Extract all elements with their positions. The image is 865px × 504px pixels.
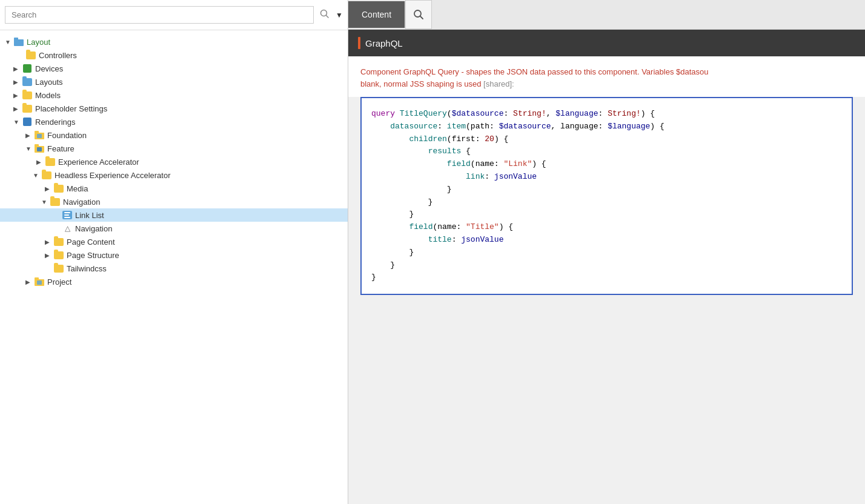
tree-item-controllers[interactable]: ▶ Controllers bbox=[0, 48, 348, 62]
tree-item-foundation[interactable]: ▶ Foundation bbox=[0, 128, 348, 142]
tree-arrow: ▶ bbox=[25, 279, 34, 285]
right-panel: Content GraphQL Component GraphQL Query … bbox=[348, 0, 865, 504]
controllers-label: Controllers bbox=[39, 51, 77, 60]
devices-icon bbox=[22, 64, 33, 73]
code-line-12: } bbox=[371, 247, 842, 259]
navigation-item-icon: △ bbox=[62, 224, 73, 233]
models-label: Models bbox=[35, 91, 61, 100]
folder-blue-icon bbox=[14, 38, 24, 46]
placeholder-settings-label: Placeholder Settings bbox=[35, 104, 107, 113]
svg-rect-2 bbox=[14, 39, 24, 46]
project-label: Project bbox=[47, 277, 71, 287]
shared-tag: [shared]: bbox=[483, 79, 514, 88]
tree-item-feature[interactable]: ▼ Feature bbox=[0, 142, 348, 155]
code-line-3: children(first: 20) { bbox=[371, 133, 842, 146]
feature-label: Feature bbox=[47, 144, 75, 153]
foundation-label: Foundation bbox=[47, 131, 87, 140]
tree-arrow: ▶ bbox=[36, 159, 45, 165]
code-line-1: query TitleQuery($datasource: String!, $… bbox=[371, 108, 842, 121]
tree-item-layouts[interactable]: ▶ Layouts bbox=[0, 75, 348, 88]
svg-line-1 bbox=[326, 15, 329, 18]
code-line-6: link: jsonValue bbox=[371, 171, 842, 184]
link-list-icon bbox=[62, 210, 73, 220]
tree-item-navigation-group[interactable]: ▼ Navigation bbox=[0, 195, 348, 208]
tree-item-headless-experience-accelerator[interactable]: ▼ Headless Experience Accelerator bbox=[0, 168, 348, 182]
tree-item-layout[interactable]: ▼ Layout bbox=[0, 35, 348, 48]
devices-label: Devices bbox=[35, 64, 63, 73]
svg-rect-11 bbox=[35, 277, 39, 280]
code-line-10: field(name: "Title") { bbox=[371, 221, 842, 234]
tree-item-experience-accelerator[interactable]: ▶ Experience Accelerator bbox=[0, 155, 348, 168]
description-text: Component GraphQL Query - shapes the JSO… bbox=[360, 67, 709, 76]
layout-label: Layout bbox=[27, 38, 50, 47]
tree-container: ▼ Layout ▶ Controllers ▶ Devices bbox=[0, 30, 348, 504]
code-editor[interactable]: query TitleQuery($datasource: String!, $… bbox=[360, 97, 853, 295]
placeholder-icon bbox=[22, 104, 33, 113]
tree-item-media[interactable]: ▶ Media bbox=[0, 182, 348, 195]
tab-content[interactable]: Content bbox=[348, 1, 405, 28]
tree-arrow: ▼ bbox=[33, 172, 41, 179]
folder-feat-icon bbox=[35, 131, 44, 139]
tree-item-placeholder-settings[interactable]: ▶ Placeholder Settings bbox=[0, 102, 348, 115]
project-icon-svg bbox=[35, 277, 44, 286]
foundation-icon bbox=[34, 130, 45, 140]
code-line-4: results { bbox=[371, 145, 842, 158]
tree-item-tailwindcss[interactable]: ▶ Tailwindcss bbox=[0, 262, 348, 275]
tree-item-link-list[interactable]: ▶ Link List bbox=[0, 208, 348, 222]
media-icon bbox=[53, 184, 64, 193]
code-line-9: } bbox=[371, 208, 842, 221]
code-line-8: } bbox=[371, 196, 842, 209]
search-icon bbox=[320, 9, 330, 19]
layout-icon bbox=[13, 37, 24, 47]
section-header: GraphQL bbox=[348, 30, 865, 56]
tree-arrow: ▼ bbox=[25, 145, 34, 152]
tab-search-icon bbox=[413, 9, 424, 20]
code-line-7: } bbox=[371, 184, 842, 196]
models-icon bbox=[22, 90, 33, 100]
tree-item-navigation[interactable]: ▶ △ Navigation bbox=[0, 222, 348, 235]
tree-arrow: ▶ bbox=[45, 239, 53, 245]
tree-arrow: ▶ bbox=[45, 252, 53, 259]
tree-arrow: ▶ bbox=[13, 65, 22, 72]
tab-content-label: Content bbox=[362, 10, 391, 19]
feature-icon bbox=[34, 144, 45, 153]
tree-arrow: ▶ bbox=[25, 132, 34, 139]
link-list-label: Link List bbox=[75, 211, 104, 220]
dropdown-arrow-button[interactable]: ▼ bbox=[336, 11, 343, 19]
tree-arrow: ▶ bbox=[13, 105, 22, 112]
navigation-label: Navigation bbox=[75, 224, 112, 233]
navigation-group-label: Navigation bbox=[63, 197, 100, 207]
navigation-group-icon bbox=[50, 197, 61, 207]
code-line-5: field(name: "Link") { bbox=[371, 158, 842, 171]
tailwindcss-icon bbox=[53, 264, 64, 273]
svg-rect-12 bbox=[37, 280, 42, 285]
page-content-icon bbox=[53, 237, 64, 247]
tree-item-models[interactable]: ▶ Models bbox=[0, 88, 348, 102]
code-line-2: datasource: item(path: $datasource, lang… bbox=[371, 121, 842, 133]
tree-arrow: ▼ bbox=[41, 199, 50, 205]
code-line-13: } bbox=[371, 259, 842, 272]
section-title: GraphQL bbox=[365, 38, 403, 48]
search-input[interactable] bbox=[5, 6, 314, 24]
tree-arrow: ▼ bbox=[13, 119, 22, 125]
search-bar: ▼ bbox=[0, 0, 348, 30]
controllers-icon bbox=[25, 50, 36, 60]
search-button[interactable] bbox=[317, 7, 332, 24]
tab-search-button[interactable] bbox=[405, 0, 432, 29]
code-line-14: } bbox=[371, 271, 842, 284]
tailwindcss-label: Tailwindcss bbox=[67, 264, 107, 273]
tree-arrow: ▶ bbox=[13, 92, 22, 99]
tree-item-project[interactable]: ▶ Project bbox=[0, 275, 348, 288]
tree-arrow: ▼ bbox=[5, 39, 13, 45]
tree-item-page-content[interactable]: ▶ Page Content bbox=[0, 235, 348, 248]
page-structure-icon bbox=[53, 250, 64, 260]
code-line-11: title: jsonValue bbox=[371, 234, 842, 247]
headless-experience-accelerator-label: Headless Experience Accelerator bbox=[55, 171, 171, 180]
project-icon bbox=[34, 277, 45, 287]
layouts-label: Layouts bbox=[35, 78, 63, 87]
experience-accelerator-label: Experience Accelerator bbox=[58, 158, 139, 167]
tree-item-devices[interactable]: ▶ Devices bbox=[0, 62, 348, 75]
tree-item-renderings[interactable]: ▼ Renderings bbox=[0, 115, 348, 128]
page-content-label: Page Content bbox=[67, 237, 115, 247]
tree-item-page-structure[interactable]: ▶ Page Structure bbox=[0, 248, 348, 262]
